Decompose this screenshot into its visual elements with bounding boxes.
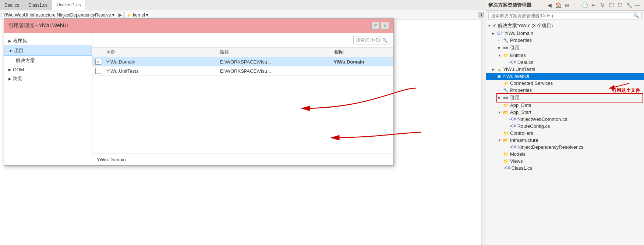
se-domain-properties[interactable]: + 🔧 Properties [486,37,644,44]
toolbar-home-btn[interactable]: 🏠 [554,1,562,9]
se-class1-cs[interactable]: +C# Class1.cs [486,165,644,172]
expand-icon-project: ▼ [9,49,13,53]
row-name-1: YiWu.UnitTests [106,68,220,74]
tab-unittest1-cs[interactable]: UnitTest1.cs [52,0,85,10]
toolbar-undo-btn[interactable]: ↩ [590,1,598,9]
folder-icon-views: 📁 [503,159,509,164]
se-infrastructure[interactable]: ▼ 📂 Infrastructure [486,137,644,144]
toolbar-back-btn[interactable]: ◀ [545,1,553,9]
toolbar-paste-btn[interactable]: ❒ [616,1,624,9]
toolbar-tools-btn[interactable]: 🔧 [625,1,633,9]
tree-label-solution: 解决方案 [16,57,35,64]
domain-project-icon: C# [497,31,503,36]
table-row-0[interactable]: ✓ YiWu.Domain E:\WORKSPACE\Visu... YiWu.… [92,57,393,66]
dialog-search-box[interactable]: 搜索(Ctrl+E) 🔍 [353,36,390,44]
toolbar-sync-btn[interactable]: ⊞ [563,1,571,9]
se-ninject-dep-resolver[interactable]: +C# NinjectDependencyResolver.cs [486,144,644,151]
se-controllers[interactable]: 📁 Controllers [486,130,644,137]
checkbox-1[interactable] [95,68,101,74]
tree-item-browse[interactable]: ▶ 浏览 [4,74,92,83]
table-row-1[interactable]: YiWu.UnitTests E:\WORKSPACE\Visu... [92,66,393,76]
tab-class1-cs[interactable]: Class1.cs [24,0,52,10]
se-search-icon: 🔍 [634,13,639,18]
se-connected-label: Connected Services [510,80,553,86]
se-title: 解决方案资源管理器 [488,2,531,8]
breadcrumb-right[interactable]: ⚡ kernel ▾ [124,12,150,18]
cs-icon-rc: +C# [509,124,516,128]
header-name: 名称 [106,49,220,55]
se-project-unittests[interactable]: ▶ ▲ YiWu.UnitTests [486,66,644,73]
se-views[interactable]: 📁 Views [486,158,644,165]
row-path-1: E:\WORKSPACE\Visu... [220,68,334,74]
row-name-0: YiWu.Domain [106,59,220,65]
folder-icon-infra: 📂 [503,138,509,143]
folder-icon-props: 🔧 [503,38,509,43]
se-ninject-web-common[interactable]: +C# NinjectWebCommon.cs [486,116,644,123]
se-solution-root[interactable]: ▼ ✔ 解决方案'YiWu' (3 个项目) [486,22,644,30]
dialog-help-btn[interactable]: ? [371,22,379,30]
checkbox-0[interactable]: ✓ [95,59,101,65]
dialog-table: 名称 路径 名称: ✓ YiWu.Domain E:\WORKSPACE\Vis… [92,48,393,154]
toolbar-clock-btn[interactable]: 🕐 [581,1,589,9]
add-nav-btn[interactable]: + [478,12,484,18]
toolbar-copy-btn[interactable]: ❑ [607,1,615,9]
expand-webui: ▼ [492,75,496,78]
table-header: 名称 路径 名称: [92,48,393,57]
se-search[interactable]: 🔍 [488,12,642,19]
editor-scrollbar[interactable] [481,20,486,245]
se-search-input[interactable] [491,13,634,18]
se-domain-refs[interactable]: ■ ■■ 引用 [486,44,644,52]
header-path: 路径 [220,49,334,55]
solution-explorer: 解决方案资源管理器 ◀ 🏠 ⊞ | 🕐 ↩ ↻ ❑ ❒ 🔧 — 🔍 ▼ ✔ 解决… [486,0,644,245]
tree-item-assemblies[interactable]: ▶ 程序集 [4,36,92,46]
se-app-start[interactable]: ▼ 📂 App_Start [486,109,644,116]
se-webui-label: YiWu.WebUI [502,73,529,79]
se-controllers-label: Controllers [510,130,533,136]
se-domain-refs-label: 引用 [510,44,520,51]
toolbar-pin-btn[interactable]: — [634,1,642,9]
dialog-close-btn[interactable]: × [381,22,389,30]
se-webui-refs-label: 引用 [510,94,520,101]
expand-entities: ▼ [498,54,502,57]
se-webui-refs[interactable]: ■ ■■ 引用 [486,94,644,102]
se-toolbar-icons: ◀ 🏠 ⊞ | 🕐 ↩ ↻ ❑ ❒ 🔧 — [545,1,642,9]
tab-deal-cs[interactable]: Deal.cs [0,0,24,10]
extra-value: YiWu.Domain [97,157,126,162]
row-path-0: E:\WORKSPACE\Visu... [220,59,334,65]
se-app-data[interactable]: 📁 App_Data [486,102,644,109]
expand-solution: ▼ [488,24,492,28]
toolbar-refresh-btn[interactable]: ↻ [598,1,606,9]
se-project-domain[interactable]: ▶ C# YiWu.Domain [486,30,644,37]
expand-unittests: ▶ [492,68,496,71]
se-deal-cs[interactable]: +C# Deal.cs [486,59,644,66]
folder-icon-controllers: 📁 [503,131,509,136]
breadcrumb-separator: ▶ [118,12,123,18]
header-check [95,49,106,55]
breadcrumb-left[interactable]: YiWu.WebUI.Infrastructure.NinjectDepende… [1,12,116,18]
se-models[interactable]: 📁 Models [486,151,644,158]
search-icon: 🔍 [382,38,388,43]
check-col-1[interactable] [95,68,106,74]
tree-item-project[interactable]: ▼ 项目 [4,46,92,56]
dialog-body: ▶ 程序集 ▼ 项目 解决方案 ▶ COM [4,33,393,165]
se-project-webui[interactable]: ▼ ⊕ YiWu.WebUI [486,73,644,80]
se-route-config[interactable]: +C# RouteConfig.cs [486,123,644,130]
row-extra-0: YiWu.Domain [334,59,390,65]
se-connected-services[interactable]: ⚡ Connected Services [486,80,644,87]
se-views-label: Views [510,158,523,164]
search-placeholder: 搜索(Ctrl+E) [356,37,380,43]
webui-icon: ⊕ [497,74,501,79]
se-infra-label: Infrastructure [510,137,538,143]
dialog-title: 引用管理器 - YiWu.WebUI [8,22,68,29]
se-class1-label: Class1.cs [512,165,532,171]
tree-label-browse: 浏览 [13,75,22,82]
dialog-right-panel: 搜索(Ctrl+E) 🔍 名称 路径 名称: [92,33,393,165]
se-props-label: Properties [510,37,532,43]
dialog-controls: ? × [371,22,389,30]
tree-item-solution[interactable]: 解决方案 [4,56,92,65]
expand-domain-props: + [498,39,502,42]
header-extra: 名称: [334,49,390,55]
se-entities-folder[interactable]: ▼ 📁 Entities [486,52,644,59]
tree-item-com[interactable]: ▶ COM [4,65,92,74]
check-col-0[interactable]: ✓ [95,59,106,65]
